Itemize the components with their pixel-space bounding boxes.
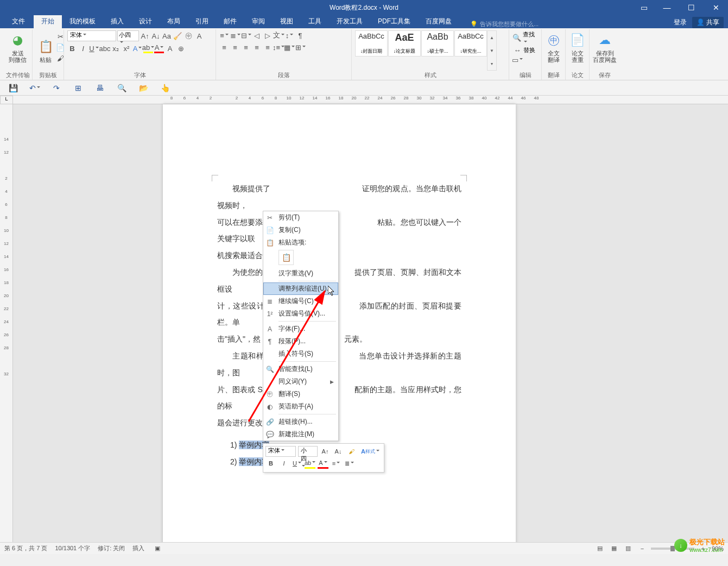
tab-home[interactable]: 开始	[34, 15, 62, 28]
web-layout-icon[interactable]: ▥	[623, 544, 634, 553]
increase-indent-icon[interactable]: ▷	[263, 30, 273, 40]
ruler-vertical[interactable]: 141224681012141618202224262832	[0, 104, 13, 542]
ctx-translate[interactable]: ㊥翻译(S)	[263, 388, 338, 400]
numbering-icon[interactable]: ≣	[230, 30, 240, 40]
ctx-cut[interactable]: ✂剪切(T)	[263, 211, 338, 224]
tab-layout[interactable]: 布局	[160, 15, 188, 28]
tab-insert[interactable]: 插入	[103, 15, 131, 28]
style-item[interactable]: AaBb↓硕士学...	[421, 30, 454, 56]
word-count[interactable]: 10/1301 个字	[55, 544, 90, 552]
change-case-icon[interactable]: Aa	[162, 31, 172, 41]
undo-icon[interactable]: ↶	[29, 83, 40, 93]
clear-format-icon[interactable]: 🧹	[173, 31, 182, 41]
ctx-set-number-value[interactable]: 1²设置编号值(V)...	[263, 307, 338, 320]
font-name-combo[interactable]: 宋体	[67, 30, 116, 41]
tab-pdf[interactable]: PDF工具集	[370, 15, 418, 28]
styles-button[interactable]: A样式	[359, 446, 382, 457]
ctx-paragraph[interactable]: ¶段落(P)...	[263, 335, 338, 348]
ctx-english-assist[interactable]: ◐英语助手(A)	[263, 400, 338, 413]
italic-icon[interactable]: I	[78, 43, 88, 53]
highlight-icon[interactable]: ab	[143, 43, 153, 53]
align-right-icon[interactable]: ≡	[241, 42, 251, 52]
insert-mode[interactable]: 插入	[132, 544, 144, 552]
sort-icon[interactable]: ↕	[284, 30, 294, 40]
translate-button[interactable]: ㊥全文 翻译	[545, 30, 562, 64]
font-size-combo[interactable]: 小四	[117, 30, 139, 41]
paste-button[interactable]: 📋 粘贴	[36, 30, 55, 71]
print-preview-icon[interactable]: 🔍	[116, 83, 127, 93]
shrink-font-icon[interactable]: A↓	[151, 31, 161, 41]
strike-icon[interactable]: abc	[100, 43, 110, 53]
underline-icon[interactable]: U	[292, 458, 302, 469]
find-button[interactable]: 查找	[523, 30, 538, 45]
replace-button[interactable]: 替换	[523, 46, 535, 54]
tab-file[interactable]: 文件	[4, 15, 33, 28]
tab-tools[interactable]: 工具	[301, 15, 329, 28]
grow-font-icon[interactable]: A↑	[320, 446, 331, 457]
underline-icon[interactable]: U	[89, 43, 99, 53]
style-item[interactable]: AaE↓论文标题	[388, 30, 421, 56]
macro-record-icon[interactable]: ▣	[152, 544, 163, 553]
style-item[interactable]: AaBbCc↓研究生...	[454, 30, 487, 56]
minimize-icon[interactable]: —	[655, 0, 679, 15]
track-changes-status[interactable]: 修订: 关闭	[98, 544, 125, 552]
ctx-copy[interactable]: 📄复制(C)	[263, 224, 338, 236]
bullets-icon[interactable]: ≡	[331, 458, 341, 469]
close-icon[interactable]: ✕	[704, 0, 728, 15]
char-border-icon[interactable]: A	[194, 31, 204, 41]
share-button[interactable]: 👤 共享	[692, 17, 724, 28]
justify-icon[interactable]: ≡	[252, 42, 262, 52]
shading-icon[interactable]: ▦	[284, 42, 294, 52]
read-mode-icon[interactable]: ▤	[594, 544, 605, 553]
distribute-icon[interactable]: ≡	[263, 42, 273, 52]
print-icon[interactable]: 🖶	[94, 83, 105, 93]
ctx-new-comment[interactable]: 💬新建批注(M)	[263, 428, 338, 441]
paste-keep-text-icon[interactable]: 📋	[278, 250, 294, 265]
bullets-icon[interactable]: ≡	[219, 30, 229, 40]
show-marks-icon[interactable]: ¶	[295, 30, 305, 40]
zoom-out-icon[interactable]: −	[637, 544, 648, 553]
format-painter-icon[interactable]: 🖌	[346, 446, 357, 457]
tab-developer[interactable]: 开发工具	[329, 15, 370, 28]
style-item[interactable]: AaBbCc↓封面日期	[355, 30, 388, 56]
char-shading-icon[interactable]: A	[165, 43, 175, 53]
open-icon[interactable]: 📂	[138, 83, 149, 93]
ctx-adjust-list-indent[interactable]: 调整列表缩进(U)...	[263, 282, 338, 295]
mini-font-combo[interactable]: 宋体	[265, 446, 296, 457]
table-icon[interactable]: ⊞	[73, 83, 84, 93]
bold-icon[interactable]: B	[265, 458, 276, 469]
highlight-icon[interactable]: ab	[305, 458, 315, 469]
login-link[interactable]: 登录	[674, 18, 687, 27]
tab-mailings[interactable]: 邮件	[216, 15, 244, 28]
tab-view[interactable]: 视图	[273, 15, 301, 28]
bold-icon[interactable]: B	[67, 43, 77, 53]
page-indicator[interactable]: 第 6 页，共 7 页	[4, 544, 47, 552]
touch-mode-icon[interactable]: 👆	[160, 83, 170, 93]
tab-references[interactable]: 引用	[188, 15, 216, 28]
ctx-synonyms[interactable]: 同义词(Y)▶	[263, 375, 338, 388]
grow-font-icon[interactable]: A↑	[140, 31, 150, 41]
asian-layout-icon[interactable]: 文	[274, 30, 283, 40]
document-page[interactable]: 视频提供了 证明您的观点。当您单击联机视频时， 可以在想要添加 粘贴。您也可以键…	[163, 104, 516, 542]
subscript-icon[interactable]: x₂	[111, 43, 121, 53]
ruler-horizontal[interactable]: 8642246810121416182022242628303234363840…	[13, 96, 728, 104]
tab-templates[interactable]: 我的模板	[62, 15, 103, 28]
paper-check-button[interactable]: 📄论文 查重	[569, 30, 586, 64]
font-color-icon[interactable]: A	[154, 43, 164, 53]
enclose-char-icon[interactable]: ⊕	[176, 43, 186, 53]
style-gallery[interactable]: AaBbCc↓封面日期 AaE↓论文标题 AaBb↓硕士学... AaBbCc↓…	[355, 30, 487, 71]
align-center-icon[interactable]: ≡	[230, 42, 240, 52]
style-gallery-more[interactable]: ▲▼▾	[487, 30, 497, 71]
select-icon[interactable]: ▭	[512, 55, 522, 65]
superscript-icon[interactable]: x²	[122, 43, 131, 53]
font-color-icon[interactable]: A	[318, 458, 328, 469]
line-spacing-icon[interactable]: ↕≡	[274, 42, 283, 52]
ctx-smart-lookup[interactable]: 🔍智能查找(L)	[263, 363, 338, 375]
align-left-icon[interactable]: ≡	[219, 42, 229, 52]
save-icon[interactable]: 💾	[8, 83, 18, 93]
multilevel-icon[interactable]: ⊟	[241, 30, 251, 40]
ctx-font[interactable]: A字体(F)...	[263, 323, 338, 335]
italic-icon[interactable]: I	[278, 458, 289, 469]
redo-icon[interactable]: ↷	[51, 83, 62, 93]
save-cloud-button[interactable]: ☁保存到 百度网盘	[593, 30, 617, 64]
